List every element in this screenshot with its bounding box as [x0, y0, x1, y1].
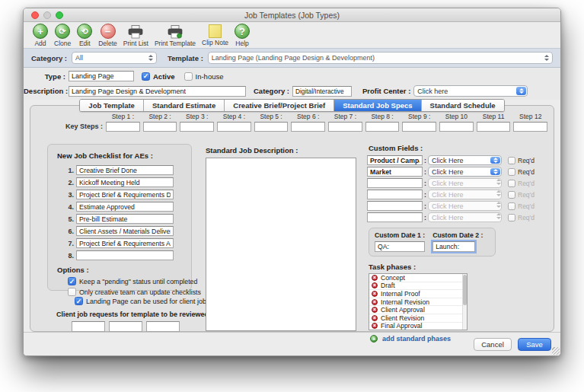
delete-phase-icon[interactable]: × — [372, 315, 378, 321]
tab-creative-brief[interactable]: Creative Brief/Project Brief — [225, 100, 334, 111]
tab-job-template[interactable]: Job Template — [80, 100, 144, 111]
creative-team-only-checkbox[interactable] — [68, 288, 76, 296]
step-12-field[interactable] — [513, 122, 547, 132]
step-5-field[interactable] — [254, 122, 289, 132]
reviewer-3-field[interactable] — [146, 321, 180, 332]
close-button[interactable] — [31, 11, 39, 19]
custom-field-6-select[interactable]: Click Here — [428, 212, 502, 222]
custom-field-2-select[interactable]: Click Here — [428, 167, 502, 177]
checklist-item-3-field[interactable] — [76, 190, 174, 199]
delete-phase-icon[interactable]: × — [372, 323, 378, 329]
delete-button[interactable]: − Delete — [95, 24, 120, 47]
custom-field-1-reqd-checkbox[interactable] — [508, 157, 515, 164]
type-label: Type : — [24, 72, 65, 81]
custom-field-2-reqd-checkbox[interactable] — [508, 168, 515, 176]
profit-center-label: Profit Center : — [362, 87, 410, 95]
tab-standard-estimate[interactable]: Standard Estimate — [144, 100, 225, 111]
print-list-button[interactable]: Print List — [120, 24, 152, 47]
custom-field-5-name[interactable] — [367, 201, 423, 211]
checklist-item-4-field[interactable] — [76, 202, 174, 212]
custom-date-2-field[interactable] — [432, 241, 475, 252]
checklist-item-1-field[interactable] — [76, 165, 174, 175]
custom-field-1-select[interactable]: Click Here — [428, 155, 502, 165]
step-10-field[interactable] — [439, 122, 474, 132]
delete-phase-icon[interactable]: × — [372, 291, 378, 297]
clone-button[interactable]: ⟳ Clone — [51, 24, 74, 47]
list-item: ×Client Revision — [369, 314, 467, 323]
add-button[interactable]: + Add — [30, 24, 51, 47]
step-6-field[interactable] — [291, 122, 325, 132]
checklist-item-6-field[interactable] — [76, 226, 174, 236]
edit-icon: ⟲ — [77, 24, 92, 39]
tab-standard-schedule[interactable]: Standard Schedule — [422, 100, 504, 111]
type-field[interactable] — [69, 71, 134, 81]
help-button[interactable]: ? Help — [231, 24, 253, 47]
minimize-button[interactable] — [43, 11, 51, 19]
active-checkbox[interactable]: ✓ — [142, 72, 150, 81]
help-icon: ? — [235, 24, 250, 39]
custom-field-6-name[interactable] — [367, 212, 423, 222]
window-title: Job Templates (Job Types) — [24, 8, 560, 22]
checklist-item-7-field[interactable] — [76, 238, 174, 248]
custom-field-1-name[interactable] — [367, 155, 423, 165]
template-filter-select[interactable]: Landing Page (Landing Page Design & Deve… — [208, 52, 553, 64]
profit-center-select[interactable]: Click here — [413, 85, 528, 97]
reviewer-1-field[interactable] — [72, 321, 105, 332]
keep-pending-checkbox[interactable]: ✓ — [68, 277, 76, 285]
category-field[interactable] — [292, 86, 352, 97]
delete-icon: − — [101, 24, 116, 39]
description-field[interactable] — [69, 86, 246, 97]
step-4-field[interactable] — [217, 122, 251, 132]
resize-grip[interactable] — [552, 347, 560, 355]
custom-field-6-reqd-checkbox[interactable] — [508, 214, 515, 221]
toolbar: + Add ⟳ Clone ⟲ Edit − Delete Print List — [24, 22, 560, 48]
custom-date-1-field[interactable] — [375, 241, 425, 252]
step-7-field[interactable] — [328, 122, 362, 132]
content-panel: Key Steps : Step 1 : Step 2 : Step 3 : S… — [30, 105, 554, 332]
custom-field-3-reqd-checkbox[interactable] — [508, 180, 515, 187]
step-2-field[interactable] — [143, 122, 177, 132]
delete-phase-icon[interactable]: × — [372, 282, 378, 288]
delete-phase-icon[interactable]: × — [372, 299, 378, 305]
checklist-item-5-field[interactable] — [76, 214, 174, 224]
delete-phase-icon[interactable]: × — [372, 275, 378, 281]
checklist-item-2-field[interactable] — [76, 177, 174, 187]
clip-note-button[interactable]: Clip Note — [199, 24, 231, 46]
chevron-updown-icon — [496, 213, 501, 221]
custom-field-4-name[interactable] — [367, 190, 423, 199]
checklist-item-8-field[interactable] — [76, 250, 174, 260]
custom-field-4-select[interactable]: Click Here — [428, 190, 502, 199]
task-phases-list[interactable]: ×Concept ×Draft ×Internal Proof ×Interna… — [369, 273, 468, 330]
template-filter-label: Template : — [168, 54, 203, 62]
inhouse-checkbox[interactable] — [184, 72, 193, 81]
step-9-field[interactable] — [402, 122, 436, 132]
zoom-button[interactable] — [56, 11, 63, 19]
active-label: Active — [153, 72, 175, 81]
step-11-field[interactable] — [477, 122, 511, 132]
scrollbar[interactable] — [462, 274, 467, 330]
reviewer-2-field[interactable] — [109, 321, 142, 332]
category-filter-select[interactable]: All — [72, 52, 157, 64]
job-description-textarea[interactable] — [206, 158, 356, 331]
step-1-field[interactable] — [106, 122, 140, 132]
chevron-updown-icon — [148, 55, 153, 61]
delete-phase-icon[interactable]: × — [372, 307, 378, 313]
custom-field-2-name[interactable] — [367, 167, 423, 177]
print-template-button[interactable]: Print Template — [152, 24, 199, 47]
custom-field-3-name[interactable] — [367, 178, 423, 188]
client-job-requests-checkbox[interactable]: ✓ — [75, 297, 83, 305]
custom-fields-section: Custom Fields : : Click Here Req'd : Cli… — [367, 144, 557, 343]
custom-field-5-select[interactable]: Click Here — [428, 201, 502, 211]
inhouse-label: In-house — [196, 72, 224, 81]
step-3-field[interactable] — [180, 122, 214, 132]
custom-field-4-reqd-checkbox[interactable] — [508, 191, 515, 199]
checklist-title: New Job Checklist for AEs : — [57, 151, 191, 160]
custom-field-5-reqd-checkbox[interactable] — [508, 202, 515, 210]
add-standard-phases-link[interactable]: + add standard phases — [370, 335, 557, 343]
step-8-field[interactable] — [365, 122, 400, 132]
edit-button[interactable]: ⟲ Edit — [74, 24, 95, 47]
list-item: ×Final Approval — [369, 323, 467, 330]
chevron-updown-icon — [496, 179, 501, 187]
custom-field-3-select[interactable]: Click Here — [428, 178, 502, 188]
tab-standard-job-specs[interactable]: Standard Job Specs — [334, 100, 421, 111]
